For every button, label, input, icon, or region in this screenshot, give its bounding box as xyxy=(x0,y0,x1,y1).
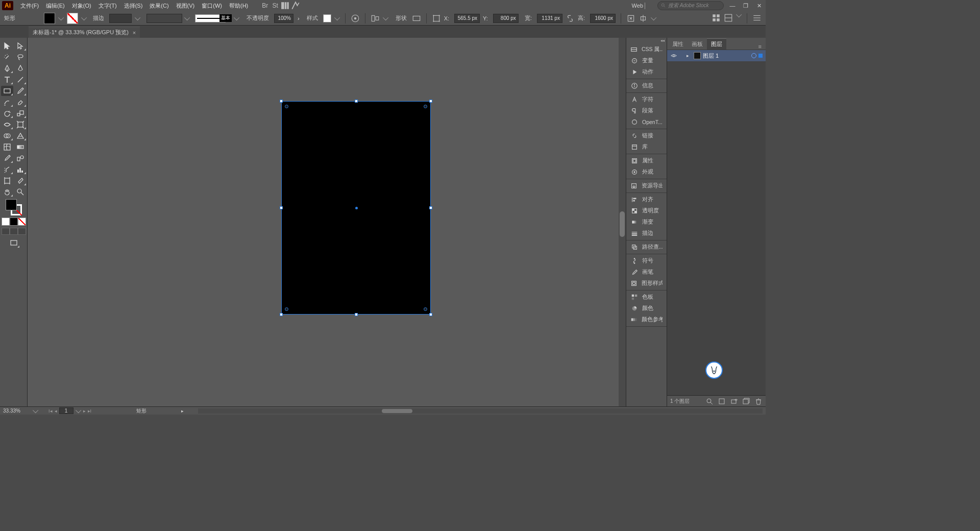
panel-tab-properties[interactable]: 属性 xyxy=(668,39,688,50)
layer-visibility-icon[interactable] xyxy=(670,52,677,59)
dock-item-export[interactable]: 资源导出 xyxy=(626,180,667,191)
dock-item-grad[interactable]: 渐变 xyxy=(626,216,667,228)
panel-menu-icon[interactable]: ≡ xyxy=(755,43,765,50)
workspace-switcher[interactable]: Web xyxy=(629,2,648,10)
transform-icon[interactable] xyxy=(432,14,441,23)
arrange-artboard-icon[interactable] xyxy=(712,13,721,22)
horizontal-scrollbar[interactable] xyxy=(198,408,763,414)
arrange-doc-dropdown[interactable] xyxy=(736,11,742,17)
dock-item-path[interactable]: 路径查... xyxy=(626,242,667,253)
vw-profile-dropdown[interactable] xyxy=(184,14,190,20)
status-menu[interactable]: ▸ xyxy=(151,408,184,414)
curvature-tool[interactable] xyxy=(14,63,27,74)
eyedropper-tool[interactable] xyxy=(1,153,13,163)
selected-rectangle[interactable] xyxy=(281,101,431,315)
artboard-next[interactable]: ▸ xyxy=(83,408,86,414)
menu-help[interactable]: 帮助(H) xyxy=(226,1,251,11)
eraser-tool[interactable] xyxy=(14,97,27,107)
zoom-tool[interactable] xyxy=(14,187,27,197)
handle-ml[interactable] xyxy=(280,206,283,209)
dock-item-lib[interactable]: 库 xyxy=(626,141,667,153)
direct-selection-tool[interactable] xyxy=(14,41,27,51)
arrange-icon[interactable] xyxy=(281,1,290,10)
dock-item-link[interactable]: 链接 xyxy=(626,130,667,141)
dock-item-brush[interactable]: 画笔 xyxy=(626,267,667,278)
dock-item-play[interactable]: 动作 xyxy=(626,66,667,78)
new-layer-icon[interactable] xyxy=(742,397,750,405)
graphic-style-dropdown[interactable] xyxy=(334,14,340,20)
dock-item-gstyle[interactable]: 图形样式 xyxy=(626,278,667,289)
dock-item-color[interactable]: 颜色 xyxy=(626,303,667,314)
layer-selected-badge[interactable] xyxy=(758,54,763,58)
align-dropdown[interactable] xyxy=(383,14,388,20)
dock-item-stroke[interactable]: 描边 xyxy=(626,228,667,239)
align-to-icon[interactable] xyxy=(639,14,648,23)
menu-window[interactable]: 窗口(W) xyxy=(199,1,225,11)
handle-br[interactable] xyxy=(429,313,432,316)
artboard-prev[interactable]: ◂ xyxy=(55,408,57,414)
color-mode-none[interactable] xyxy=(18,218,26,226)
mesh-tool[interactable] xyxy=(1,142,13,152)
menu-edit[interactable]: 编辑(E) xyxy=(43,1,68,11)
width-tool[interactable] xyxy=(1,119,13,130)
symbol-sprayer-tool[interactable] xyxy=(1,164,13,175)
fill-dropdown[interactable] xyxy=(58,14,64,20)
artboard-dropdown[interactable] xyxy=(75,407,81,413)
align-icon[interactable] xyxy=(371,14,380,23)
draw-inside[interactable] xyxy=(18,228,26,235)
free-transform-tool[interactable] xyxy=(14,119,27,130)
arrange-doc-icon[interactable] xyxy=(724,13,733,22)
type-tool[interactable] xyxy=(1,75,13,85)
paintbrush-tool[interactable] xyxy=(14,86,27,96)
window-restore[interactable]: ❐ xyxy=(741,1,750,10)
dock-item-sym[interactable]: 符号 xyxy=(626,255,667,267)
tab-close-icon[interactable]: × xyxy=(133,30,136,36)
graphic-style-swatch[interactable] xyxy=(323,14,331,22)
gradient-tool[interactable] xyxy=(14,142,27,152)
y-input[interactable] xyxy=(493,14,519,23)
live-corner-bl[interactable] xyxy=(285,307,288,311)
shaper-tool[interactable] xyxy=(1,97,13,107)
layer-disclose-icon[interactable]: ▸ xyxy=(687,53,692,58)
selection-tool[interactable] xyxy=(1,41,13,51)
dock-item-info[interactable]: 信息 xyxy=(626,80,667,91)
line-tool[interactable] xyxy=(14,75,27,85)
rectangle-tool[interactable] xyxy=(1,86,13,96)
handle-tr[interactable] xyxy=(429,100,432,103)
panel-tab-layers[interactable]: 图层 xyxy=(707,38,726,50)
dock-item-char[interactable]: 字符 xyxy=(626,94,667,105)
h-input[interactable] xyxy=(590,14,616,23)
stock-icon[interactable]: St xyxy=(271,1,280,10)
slice-tool[interactable] xyxy=(14,176,27,186)
stroke-dropdown[interactable] xyxy=(81,14,87,20)
vertical-scrollbar[interactable] xyxy=(619,38,626,406)
panel-tab-artboards[interactable]: 画板 xyxy=(688,39,707,50)
dock-item-appear[interactable]: 外观 xyxy=(626,166,667,178)
stock-search[interactable]: 搜索 Adobe Stock xyxy=(657,1,724,10)
draw-behind[interactable] xyxy=(10,228,18,235)
live-corner-br[interactable] xyxy=(424,307,427,311)
gpu-icon[interactable] xyxy=(291,1,300,10)
document-tab[interactable]: 未标题-1* @ 33.33% (RGB/GPU 预览) × xyxy=(29,27,140,38)
opacity-input[interactable] xyxy=(274,14,293,23)
rotate-tool[interactable] xyxy=(1,108,13,118)
draw-normal[interactable] xyxy=(2,228,10,235)
constrain-proportions-icon[interactable] xyxy=(566,14,575,23)
prefs-icon[interactable] xyxy=(752,13,762,22)
window-close[interactable]: ✕ xyxy=(754,1,764,10)
lasso-tool[interactable] xyxy=(14,52,27,62)
recolor-icon[interactable] xyxy=(351,14,360,23)
dock-item-attr[interactable]: 属性 xyxy=(626,155,667,166)
zoom-dropdown[interactable] xyxy=(33,407,38,413)
vw-profile[interactable] xyxy=(146,14,182,23)
column-graph-tool[interactable] xyxy=(14,164,27,175)
dock-item-ot[interactable]: OpenT... xyxy=(626,116,667,128)
artboard-tool[interactable] xyxy=(1,176,13,186)
color-mode-solid2[interactable] xyxy=(10,218,18,226)
live-corner-tl[interactable] xyxy=(285,105,288,108)
delete-layer-icon[interactable] xyxy=(754,397,763,405)
fill-color-proxy[interactable] xyxy=(6,199,17,210)
handle-center[interactable] xyxy=(355,207,358,209)
dock-collapse-icon[interactable]: ◂◂ xyxy=(660,38,665,43)
live-corner-tr[interactable] xyxy=(424,105,427,108)
